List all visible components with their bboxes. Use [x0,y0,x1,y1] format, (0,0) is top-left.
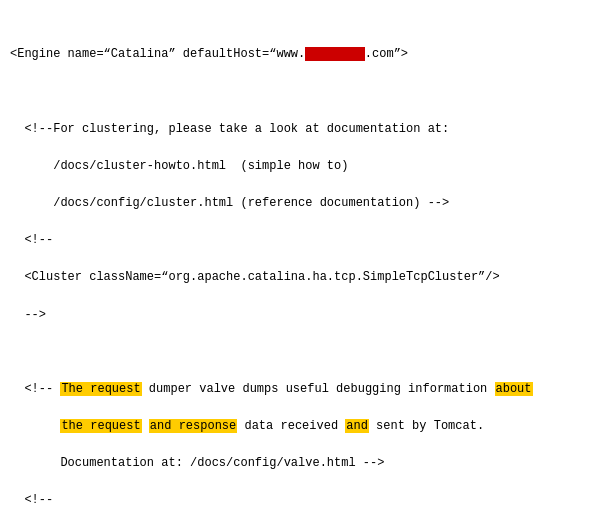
line-12: Documentation at: /docs/config/valve.htm… [10,454,585,473]
line-1: <Engine name=“Catalina” defaultHost=“www… [10,45,585,64]
line-8: --> [10,306,585,325]
highlight-the-request-2: the request [60,419,141,433]
line-13: <!-- [10,491,585,510]
highlight-and-response: and response [149,419,237,433]
line-7: <Cluster className=“org.apache.catalina.… [10,268,585,287]
highlight-about: about [495,382,533,396]
line-5: /docs/config/cluster.html (reference doc… [10,194,585,213]
line-6: <!-- [10,231,585,250]
line-11: the request and response data received a… [10,417,585,436]
line-blank-2 [10,343,585,362]
code-block: <Engine name=“Catalina” defaultHost=“www… [0,0,595,513]
redacted-1 [305,47,365,61]
line-10: <!-- The request dumper valve dumps usef… [10,380,585,399]
highlight-and: and [345,419,369,433]
line-blank-1 [10,82,585,101]
highlight-the-request: The request [60,382,141,396]
line-3: <!--For clustering, please take a look a… [10,120,585,139]
line-4: /docs/cluster-howto.html (simple how to) [10,157,585,176]
